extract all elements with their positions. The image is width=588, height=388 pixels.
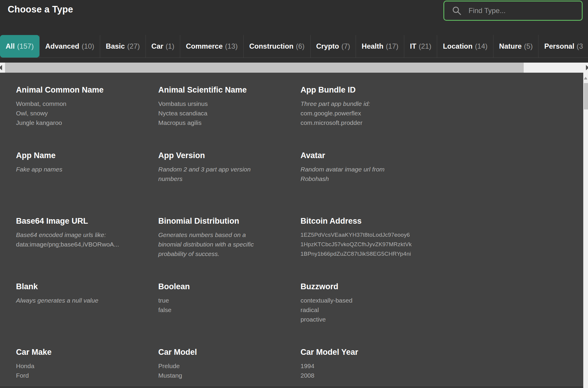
- type-card-blank[interactable]: Blank Always generates a null value: [16, 282, 126, 347]
- type-sample-line: 1HpzKTCbcJ57vkoQZCfhJyvZK97MRzktVk: [301, 240, 411, 249]
- tab-all[interactable]: All(157): [0, 35, 39, 58]
- type-card-title: Binomial Distribution: [158, 216, 269, 226]
- type-card-title: App Name: [16, 151, 126, 160]
- type-card-animal-scientific-name[interactable]: Animal Scientific Name Vombatus ursinus …: [158, 85, 269, 151]
- type-sample-line: data:image/png;base64,iVBORwoA...: [16, 240, 126, 249]
- type-sample-line: contextually-based: [301, 296, 411, 305]
- type-sample-line: com.microsoft.prodder: [301, 118, 411, 128]
- type-card-app-version[interactable]: App Version Random 2 and 3 part app vers…: [158, 151, 269, 216]
- tab-location[interactable]: Location(14): [437, 35, 493, 58]
- type-card-title: App Version: [158, 151, 269, 160]
- tab-health[interactable]: Health(17): [356, 35, 404, 58]
- dialog-header: Choose a Type: [0, 0, 588, 35]
- type-sample-line: Vombatus ursinus: [158, 99, 269, 109]
- type-sample-line: Prelude: [158, 361, 269, 371]
- tab-basic[interactable]: Basic(27): [100, 35, 146, 58]
- dialog-top-chrome: Choose a Type All(157) Advanced(10) Basi…: [0, 0, 588, 63]
- type-sample-line: Jungle kangaroo: [16, 118, 126, 128]
- type-card-bitcoin-address[interactable]: Bitcoin Address 1EZ5PdVcsVEaaKYH37t8toLo…: [301, 216, 411, 282]
- choose-type-dialog: { "header": { "title": "Choose a Type", …: [0, 0, 588, 388]
- type-sample-line: true: [158, 296, 269, 305]
- search-box[interactable]: [443, 1, 583, 21]
- vertical-scrollbar[interactable]: [583, 73, 588, 388]
- type-card-car-model-year[interactable]: Car Model Year 1994 2008: [301, 347, 411, 388]
- type-grid: Animal Common Name Wombat, common Owl, s…: [16, 85, 443, 388]
- type-card-title: Car Model Year: [301, 347, 411, 357]
- type-description-line: Generates numbers based on a binomial di…: [158, 230, 269, 259]
- type-description-line: Random avatar image url from Robohash: [301, 165, 411, 184]
- vertical-scrollbar-thumb[interactable]: [584, 83, 588, 109]
- type-card-app-name[interactable]: App Name Fake app names: [16, 151, 126, 216]
- type-card-title: Animal Scientific Name: [158, 85, 269, 95]
- type-card-base64-image-url[interactable]: Base64 Image URL Base64 encoded image ur…: [16, 216, 126, 282]
- page-title: Choose a Type: [8, 4, 73, 15]
- type-card-avatar[interactable]: Avatar Random avatar image url from Robo…: [301, 151, 411, 216]
- type-sample-line: 1EZ5PdVcsVEaaKYH37t8toLodJc97eooy6: [301, 230, 411, 240]
- type-description-line: Fake app names: [16, 165, 126, 174]
- type-card-app-bundle-id[interactable]: App Bundle ID Three part app bundle id: …: [301, 85, 411, 151]
- tab-advanced[interactable]: Advanced(10): [39, 35, 100, 58]
- type-sample-line: Wombat, common: [16, 99, 126, 109]
- type-card-title: Animal Common Name: [16, 85, 126, 95]
- scroll-left-arrow-icon[interactable]: [0, 65, 2, 70]
- type-card-car-model[interactable]: Car Model Prelude Mustang: [158, 347, 269, 388]
- scroll-right-arrow-icon[interactable]: [586, 65, 588, 70]
- type-sample-line: Ford: [16, 371, 126, 380]
- type-sample-line: Macropus agilis: [158, 118, 269, 128]
- type-sample-line: Owl, snowy: [16, 109, 126, 118]
- search-icon: [452, 6, 461, 15]
- type-card-buzzword[interactable]: Buzzword contextually-based radical proa…: [301, 282, 411, 347]
- type-sample-line: 1994: [301, 361, 411, 371]
- type-sample-line: radical: [301, 305, 411, 315]
- type-card-title: Avatar: [301, 151, 411, 160]
- type-list: Animal Common Name Wombat, common Owl, s…: [0, 73, 588, 388]
- type-card-title: App Bundle ID: [301, 85, 411, 95]
- type-description-line: Always generates a null value: [16, 296, 126, 305]
- horizontal-scrollbar-thumb[interactable]: [5, 63, 524, 73]
- type-card-car-make[interactable]: Car Make Honda Ford: [16, 347, 126, 388]
- type-sample-line: Mustang: [158, 371, 269, 380]
- type-sample-line: false: [158, 305, 269, 315]
- type-card-title: Boolean: [158, 282, 269, 292]
- type-card-animal-common-name[interactable]: Animal Common Name Wombat, common Owl, s…: [16, 85, 126, 151]
- type-description-line: Three part app bundle id:: [301, 99, 411, 109]
- tab-it[interactable]: IT(21): [404, 35, 437, 58]
- type-sample-line: 1BPny1b66pdZuZC87tJikS8EG5CHRYp4ni: [301, 249, 411, 259]
- type-sample-line: com.google.powerflex: [301, 109, 411, 118]
- tab-crypto[interactable]: Crypto(7): [310, 35, 356, 58]
- type-card-binomial-distribution[interactable]: Binomial Distribution Generates numbers …: [158, 216, 269, 282]
- tabs-horizontal-scrollbar[interactable]: [0, 63, 588, 73]
- type-card-title: Buzzword: [301, 282, 411, 292]
- type-description-line: Base64 encoded image urls like:: [16, 230, 126, 240]
- tab-commerce[interactable]: Commerce(13): [180, 35, 243, 58]
- dialog-bottom-edge: [0, 386, 583, 388]
- type-card-title: Car Make: [16, 347, 126, 357]
- type-card-title: Bitcoin Address: [301, 216, 411, 226]
- type-card-boolean[interactable]: Boolean true false: [158, 282, 269, 347]
- tab-construction[interactable]: Construction(6): [243, 35, 310, 58]
- type-sample-line: proactive: [301, 315, 411, 324]
- tab-car[interactable]: Car(1): [146, 35, 180, 58]
- type-description-line: Random 2 and 3 part app version numbers: [158, 165, 269, 184]
- type-card-title: Base64 Image URL: [16, 216, 126, 226]
- type-card-title: Blank: [16, 282, 126, 292]
- category-tabs: All(157) Advanced(10) Basic(27) Car(1) C…: [0, 35, 588, 58]
- tab-nature[interactable]: Nature(5): [493, 35, 538, 58]
- tab-personal[interactable]: Personal(3: [538, 35, 588, 58]
- search-input[interactable]: [468, 6, 567, 15]
- type-sample-line: 2008: [301, 371, 411, 380]
- scroll-up-arrow-icon[interactable]: [584, 77, 587, 79]
- type-sample-line: Honda: [16, 361, 126, 371]
- type-card-title: Car Model: [158, 347, 269, 357]
- type-sample-line: Nyctea scandiaca: [158, 109, 269, 118]
- tabbar-spacer: [0, 58, 588, 63]
